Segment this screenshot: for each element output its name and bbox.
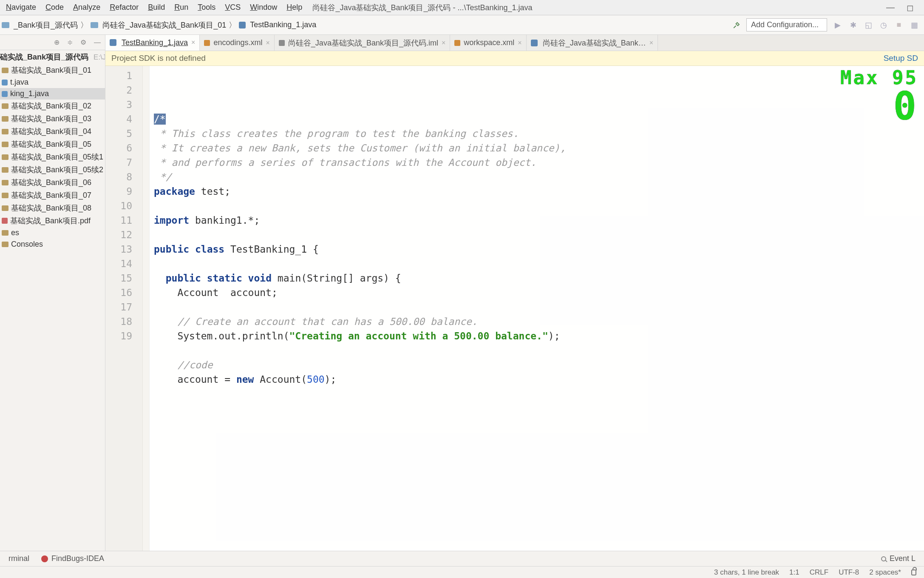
findbugs-tool[interactable]: FindBugs-IDEA xyxy=(35,554,110,563)
tree-item[interactable]: 基础实战_Bank项目_01 xyxy=(0,64,105,77)
minimize-icon[interactable]: — xyxy=(886,3,895,13)
breadcrumb-item[interactable]: 尚硅谷_Java基础实战_Bank项目_01 xyxy=(91,20,226,30)
status-eol[interactable]: CRLF xyxy=(810,568,828,577)
breadcrumb-item[interactable]: TestBanking_1.java xyxy=(239,20,316,29)
code-line[interactable]: */ xyxy=(154,170,924,184)
menu-window[interactable]: Window xyxy=(246,1,281,14)
code-line[interactable] xyxy=(154,300,924,314)
tree-item[interactable]: Consoles xyxy=(0,239,105,250)
code-line[interactable]: * and performs a series of transactions … xyxy=(154,155,924,170)
code-line[interactable]: //code xyxy=(154,358,924,372)
run-config-selector[interactable]: Add Configuration... xyxy=(746,18,827,31)
menu-tools[interactable]: Tools xyxy=(193,1,220,14)
tree-item[interactable]: 基础实战_Bank项目.pdf xyxy=(0,214,105,227)
tree-item[interactable]: 基础实战_Bank项目_08 xyxy=(0,202,105,214)
folder-icon xyxy=(2,154,9,160)
gutter: 12345678910111213141516171819 xyxy=(105,66,143,551)
close-icon[interactable]: × xyxy=(649,39,653,47)
editor-tab[interactable]: TestBanking_1.java× xyxy=(105,35,200,51)
line-number: 11 xyxy=(105,213,132,228)
code-editor[interactable]: 12345678910111213141516171819 /* * This … xyxy=(105,66,924,551)
line-number: 14 xyxy=(105,256,132,271)
code-line[interactable]: public class TestBanking_1 { xyxy=(154,242,924,256)
code-line[interactable] xyxy=(154,256,924,271)
debug-icon[interactable]: ✱ xyxy=(848,20,858,30)
close-icon[interactable]: × xyxy=(191,39,195,46)
menu-analyze[interactable]: Analyze xyxy=(69,1,105,14)
status-indent[interactable]: 2 spaces* xyxy=(869,568,901,577)
hide-icon[interactable]: — xyxy=(94,39,101,46)
setup-sdk-link[interactable]: Setup SD xyxy=(884,54,918,63)
profile-icon[interactable]: ◷ xyxy=(879,20,888,30)
menu-build[interactable]: Build xyxy=(144,1,169,14)
editor-tab[interactable]: encodings.xml× xyxy=(200,35,274,51)
main-menu: NavigateCodeAnalyzeRefactorBuildRunTools… xyxy=(2,1,306,14)
code-line[interactable] xyxy=(154,343,924,358)
menu-vcs[interactable]: VCS xyxy=(221,1,245,14)
code-line[interactable]: package test; xyxy=(154,184,924,199)
breadcrumb: _Bank项目_源代码〉尚硅谷_Java基础实战_Bank项目_01〉TestB… xyxy=(2,20,316,30)
tree-item[interactable]: 基础实战_Bank项目_02 xyxy=(0,100,105,112)
lock-icon[interactable] xyxy=(911,569,916,575)
tree-item[interactable]: king_1.java xyxy=(0,88,105,100)
eventlog-tool[interactable]: Event L xyxy=(875,554,921,563)
editor-tab[interactable]: 尚硅谷_Java基础实战_Bank项目_源代码.iml× xyxy=(275,35,450,51)
breadcrumb-item[interactable]: _Bank项目_源代码 xyxy=(2,20,78,30)
build-icon[interactable] xyxy=(733,21,740,29)
editor-tab[interactable]: workspace.xml× xyxy=(450,35,526,51)
code-line[interactable]: /* xyxy=(154,112,924,126)
coverage-icon[interactable]: ◱ xyxy=(864,20,873,30)
code-line[interactable] xyxy=(154,199,924,213)
project-root[interactable]: 础实战_Bank项目_源代码E:\Java基础 xyxy=(0,50,105,64)
menu-run[interactable]: Run xyxy=(170,1,193,14)
line-number: 19 xyxy=(105,329,132,343)
tree-item[interactable]: 基础实战_Bank项目_06 xyxy=(0,176,105,189)
line-number: 18 xyxy=(105,314,132,329)
code-line[interactable]: account = new Account(500); xyxy=(154,372,924,387)
code[interactable]: /* * This class creates the program to t… xyxy=(150,66,924,551)
close-icon[interactable]: × xyxy=(442,39,445,47)
code-line[interactable]: * It creates a new Bank, sets the Custom… xyxy=(154,141,924,155)
terminal-tool[interactable]: rminal xyxy=(3,554,35,563)
tree-item[interactable]: 基础实战_Bank项目_05 xyxy=(0,138,105,151)
menu-help[interactable]: Help xyxy=(282,1,306,14)
tree-item[interactable]: 基础实战_Bank项目_04 xyxy=(0,125,105,138)
fold-gutter[interactable] xyxy=(143,66,150,551)
navigation-bar: _Bank项目_源代码〉尚硅谷_Java基础实战_Bank项目_01〉TestB… xyxy=(0,15,924,35)
code-line[interactable] xyxy=(154,228,924,242)
settings-icon[interactable]: ⚙ xyxy=(80,38,86,46)
line-number: 8 xyxy=(105,170,132,184)
code-line[interactable]: * This class creates the program to test… xyxy=(154,126,924,141)
maximize-icon[interactable]: ◻ xyxy=(907,3,914,13)
menu-refactor[interactable]: Refactor xyxy=(105,1,143,14)
code-line[interactable]: // Create an account that can has a 500.… xyxy=(154,314,924,329)
code-line[interactable]: System.out.println("Creating an account … xyxy=(154,329,924,343)
code-line[interactable]: import banking1.*; xyxy=(154,213,924,228)
status-caret[interactable]: 1:1 xyxy=(789,568,799,577)
layout-icon[interactable]: ▦ xyxy=(910,20,919,30)
menu-code[interactable]: Code xyxy=(41,1,68,14)
folder-icon xyxy=(91,22,98,28)
project-tree: 基础实战_Bank项目_01t.javaking_1.java基础实战_Bank… xyxy=(0,64,105,551)
tree-item[interactable]: 基础实战_Bank项目_03 xyxy=(0,112,105,125)
collapse-icon[interactable]: ≑ xyxy=(67,38,73,46)
status-encoding[interactable]: UTF-8 xyxy=(839,568,859,577)
editor-area: TestBanking_1.java×encodings.xml×尚硅谷_Jav… xyxy=(105,35,924,551)
locate-icon[interactable]: ⊕ xyxy=(54,38,60,46)
line-number: 15 xyxy=(105,271,132,285)
tree-item[interactable]: es xyxy=(0,227,105,239)
menu-navigate[interactable]: Navigate xyxy=(2,1,40,14)
editor-tab[interactable]: 尚硅谷_Java基础实战_Bank…× xyxy=(527,35,658,51)
tree-item[interactable]: 基础实战_Bank项目_05续2 xyxy=(0,163,105,176)
tree-item[interactable]: t.java xyxy=(0,77,105,88)
close-icon[interactable]: × xyxy=(266,39,270,47)
code-line[interactable]: Account account; xyxy=(154,285,924,300)
folder-icon xyxy=(2,167,9,173)
tree-item[interactable]: 基础实战_Bank项目_07 xyxy=(0,189,105,202)
tree-item[interactable]: 基础实战_Bank项目_05续1 xyxy=(0,151,105,163)
banner-message: Project SDK is not defined xyxy=(111,54,206,63)
code-line[interactable]: public static void main(String[] args) { xyxy=(154,271,924,285)
stop-icon[interactable]: ■ xyxy=(894,20,904,30)
run-icon[interactable]: ▶ xyxy=(833,20,842,30)
close-icon[interactable]: × xyxy=(518,39,522,47)
